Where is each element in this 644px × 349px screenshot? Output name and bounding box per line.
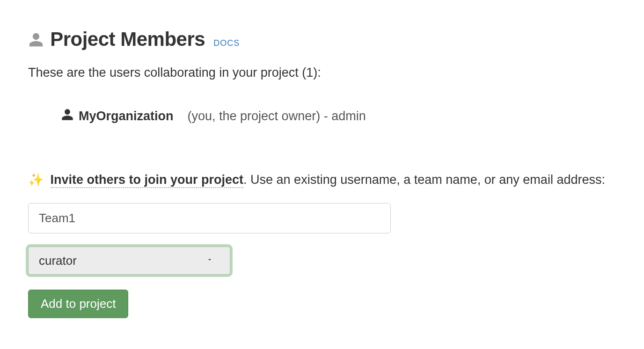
sparkles-icon: ✨ (28, 173, 44, 187)
page-header: Project Members DOCS (28, 28, 616, 52)
page-title: Project Members (28, 28, 205, 52)
invite-line: ✨ Invite others to join your project. Us… (28, 171, 616, 189)
subtitle-text: These are the users collaborating in you… (28, 65, 616, 80)
role-select[interactable]: curator (29, 247, 230, 274)
member-note: (you, the project owner) - admin (188, 109, 366, 124)
member-name: MyOrganization (79, 109, 174, 124)
invite-input[interactable] (28, 203, 391, 233)
invite-phrase: Invite others to join your project (51, 173, 244, 188)
add-to-project-button[interactable]: Add to project (28, 290, 128, 318)
user-icon (61, 108, 74, 124)
member-row: MyOrganization (you, the project owner) … (28, 108, 616, 124)
page-title-text: Project Members (50, 28, 205, 50)
role-select-wrap[interactable]: curator (28, 247, 230, 275)
invite-suffix: . Use an existing username, a team name,… (243, 173, 605, 187)
docs-link[interactable]: DOCS (213, 38, 240, 48)
person-icon (28, 30, 44, 52)
